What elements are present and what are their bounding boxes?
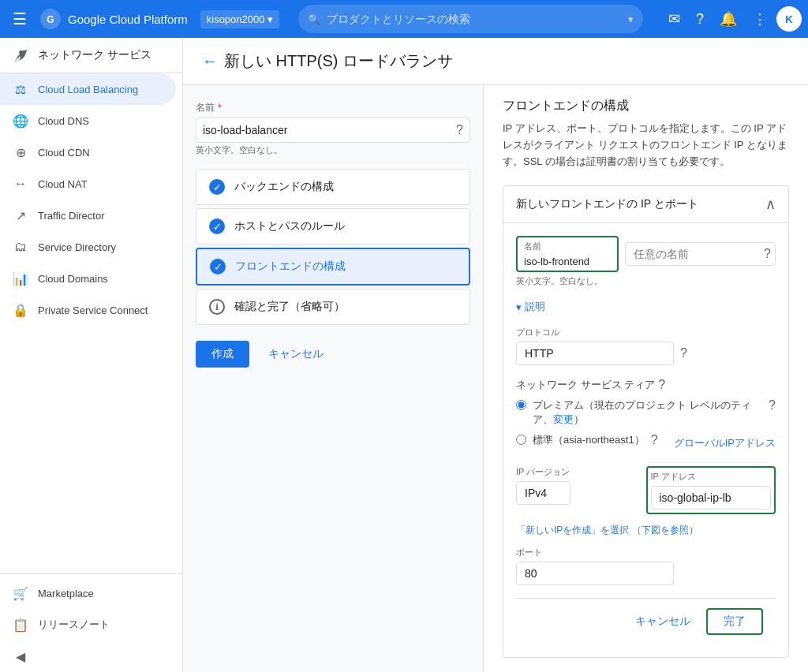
load-balancing-icon: ⚖ [13, 81, 28, 97]
sidebar-item-service-directory[interactable]: 🗂 Service Directory [0, 231, 176, 263]
protocol-help-icon[interactable]: ? [680, 346, 687, 360]
network-tier-field: ネットワーク サービス ティア ? プレミアム（現在のプロジェクト レベルのティ… [516, 378, 776, 454]
cloud-nat-icon: ↔ [13, 176, 28, 192]
notification-icon[interactable]: 🔔 [713, 4, 743, 34]
sidebar-item-cloud-cdn[interactable]: ⊕ Cloud CDN [0, 136, 176, 168]
more-options-icon[interactable]: ⋮ [746, 4, 773, 34]
gcp-logo-icon: G [39, 8, 62, 30]
tier-change-link[interactable]: 変更 [553, 413, 574, 425]
frontend-name-input[interactable] [625, 242, 776, 266]
frontend-name-value: iso-lb-frontend [524, 256, 611, 267]
name-input-wrap[interactable]: ? [196, 118, 470, 143]
sidebar-item-cloud-nat[interactable]: ↔ Cloud NAT [0, 168, 176, 200]
frontend-box-header: 新しいフロントエンドの IP とポート ∧ [503, 186, 788, 223]
search-bar[interactable]: 🔍 ▾ [298, 5, 643, 33]
port-field: ポート [516, 547, 776, 585]
step-host-path-label: ホストとパスのルール [234, 219, 345, 233]
step-frontend[interactable]: ✓ フロントエンドの構成 [196, 248, 470, 286]
panel-footer: キャンセル 完了 [516, 598, 776, 644]
cloud-cdn-icon: ⊕ [13, 144, 28, 160]
radio-premium[interactable]: プレミアム（現在のプロジェクト レベルのティア、変更） ? [516, 398, 776, 427]
sidebar-item-label: Cloud Domains [38, 273, 108, 285]
step-host-path[interactable]: ✓ ホストとパスのルール [196, 208, 470, 245]
protocol-select[interactable]: HTTP HTTPS [516, 342, 674, 365]
step-backend[interactable]: ✓ バックエンドの構成 [196, 169, 470, 205]
radio-premium-label: プレミアム（現在のプロジェクト レベルのティア、変更） [533, 398, 762, 427]
frontend-cancel-button[interactable]: キャンセル [626, 610, 700, 633]
ip-version-select[interactable]: IPv4 IPv6 [516, 481, 570, 505]
sidebar-item-collapse[interactable]: ◀ [0, 640, 176, 672]
radio-standard-input[interactable] [516, 435, 526, 445]
steps-list: ✓ バックエンドの構成 ✓ ホストとパスのルール ✓ フロントエンドの構成 [196, 169, 470, 328]
right-panel-desc: IP アドレス、ポート、プロトコルを指定します。この IP アドレスがクライアン… [503, 121, 789, 170]
frontend-name-input-wrap: ? [625, 242, 776, 266]
left-column: 名前 * ? 英小文字。空白なし。 ✓ バックエンドの構成 [183, 85, 483, 672]
name-label: 名前 * [196, 101, 470, 114]
marketplace-icon: 🛒 [13, 585, 28, 601]
collapse-icon[interactable]: ∧ [765, 196, 776, 213]
sidebar-item-release-notes[interactable]: 📋 リリースノート [0, 609, 176, 640]
description-toggle[interactable]: ▾ 説明 [516, 300, 776, 314]
app-logo: G Google Cloud Platform [39, 8, 188, 30]
ip-version-select-wrap: IPv4 IPv6 [516, 481, 637, 505]
avatar[interactable]: K [776, 6, 802, 32]
frontend-name-help-icon[interactable]: ? [764, 247, 771, 261]
release-notes-icon: 📋 [13, 617, 28, 633]
network-service-icon [13, 47, 28, 63]
frontend-done-button[interactable]: 完了 [706, 608, 763, 635]
action-buttons: 作成 キャンセル [196, 341, 470, 368]
standard-help-icon[interactable]: ? [651, 433, 658, 447]
sidebar-item-private-service-connect[interactable]: 🔒 Private Service Connect [0, 294, 176, 326]
step-check-backend: ✓ [209, 179, 225, 195]
frontend-box: 新しいフロントエンドの IP とポート ∧ 名前 iso-lb-frontend [503, 185, 789, 658]
sidebar-item-cloud-load-balancing[interactable]: ⚖ Cloud Load Balancing [0, 73, 176, 105]
name-help-icon[interactable]: ? [456, 123, 463, 137]
global-ip-link[interactable]: グローバルIPアドレス [674, 436, 776, 450]
name-hint: 英小文字。空白なし。 [196, 144, 470, 156]
sidebar-item-label: Cloud CDN [38, 147, 90, 159]
create-button[interactable]: 作成 [196, 341, 249, 368]
ip-version-label: IP バージョン [516, 466, 637, 478]
search-icon: 🔍 [308, 13, 320, 25]
content-area: 名前 * ? 英小文字。空白なし。 ✓ バックエンドの構成 [183, 85, 808, 672]
frontend-box-content: 名前 iso-lb-frontend ? 英小文字。空白なし。 [503, 223, 788, 657]
right-column: フロントエンドの構成 IP アドレス、ポート、プロトコルを指定します。この IP… [483, 85, 808, 672]
search-dropdown-icon: ▾ [628, 13, 634, 25]
name-input[interactable] [203, 124, 453, 136]
premium-help-icon[interactable]: ? [769, 398, 776, 413]
app-layout: ネットワーク サービス ⚖ Cloud Load Balancing 🌐 Clo… [0, 38, 808, 672]
name-field-section: 名前 * ? 英小文字。空白なし。 [196, 101, 470, 156]
project-selector[interactable]: kisopon2000 ▾ [200, 10, 280, 28]
sidebar-item-marketplace[interactable]: 🛒 Marketplace [0, 577, 176, 609]
radio-premium-input[interactable] [516, 400, 526, 410]
protocol-select-wrap: HTTP HTTPS ? [516, 342, 776, 365]
protocol-label: プロトコル [516, 327, 776, 338]
project-dropdown-icon: ▾ [267, 13, 273, 25]
top-nav: ☰ G Google Cloud Platform kisopon2000 ▾ … [0, 0, 808, 38]
traffic-director-icon: ↗ [13, 207, 28, 223]
support-icon[interactable]: ✉ [662, 4, 686, 34]
sidebar-item-traffic-director[interactable]: ↗ Traffic Director [0, 200, 176, 231]
description-toggle-chevron: ▾ [516, 301, 522, 313]
sidebar-item-cloud-dns[interactable]: 🌐 Cloud DNS [0, 105, 176, 136]
back-button[interactable]: ← [202, 52, 218, 70]
frontend-name-highlighted: 名前 iso-lb-frontend [516, 236, 619, 272]
ip-address-select[interactable]: iso-global-ip-lb [651, 486, 772, 510]
cancel-button[interactable]: キャンセル [259, 341, 333, 368]
port-input[interactable] [516, 562, 674, 585]
help-icon[interactable]: ? [690, 5, 710, 34]
radio-standard[interactable]: 標準（asia-northeast1） ? [516, 433, 668, 447]
sidebar-items: ⚖ Cloud Load Balancing 🌐 Cloud DNS ⊕ Clo… [0, 73, 182, 326]
collapse-sidebar-icon: ◀ [13, 648, 28, 664]
step-review[interactable]: ℹ 確認と完了（省略可） [196, 289, 470, 325]
network-tier-help-icon[interactable]: ? [658, 378, 665, 392]
app-name: Google Cloud Platform [68, 13, 188, 26]
ip-address-field-highlighted: IP アドレス iso-global-ip-lb [646, 466, 776, 514]
search-input[interactable] [327, 13, 622, 25]
menu-icon[interactable]: ☰ [6, 3, 33, 35]
sidebar-item-cloud-domains[interactable]: 📊 Cloud Domains [0, 263, 176, 294]
sidebar-item-label: Private Service Connect [38, 304, 148, 316]
project-name: kisopon2000 [207, 13, 265, 25]
sidebar-item-label: Cloud DNS [38, 115, 89, 127]
frontend-box-title: 新しいフロントエンドの IP とポート [516, 197, 698, 211]
